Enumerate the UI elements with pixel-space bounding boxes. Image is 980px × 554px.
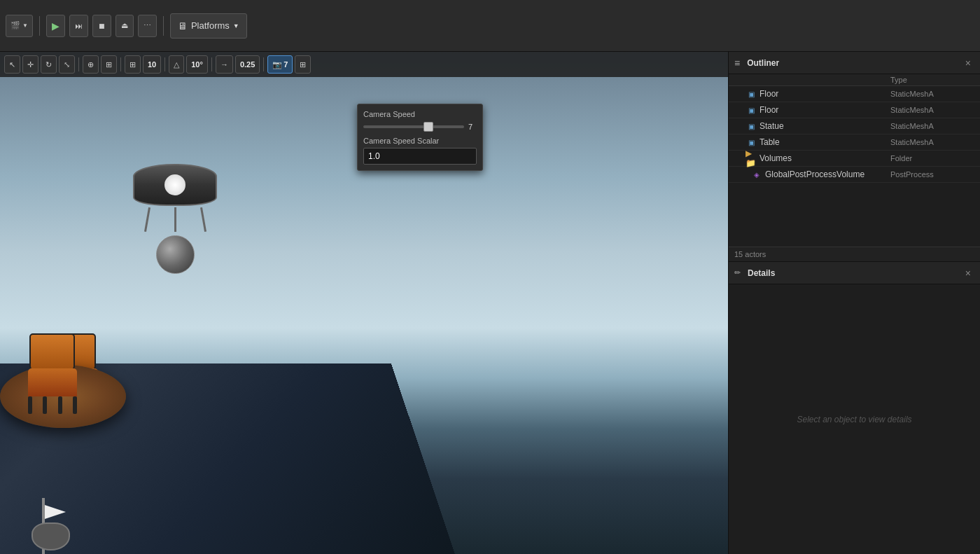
play-button[interactable]: ▶: [46, 15, 65, 37]
item-name: Floor: [760, 105, 890, 115]
camera-button[interactable]: 📷 7: [267, 55, 293, 74]
translate-icon: ✛: [27, 60, 34, 69]
outliner-header: ≡ Outliner ×: [729, 52, 980, 74]
separator-2: [163, 16, 164, 36]
cinematics-button[interactable]: 🎬 ▼: [6, 15, 33, 37]
outliner-item-postprocess[interactable]: ◈ GlobalPostProcessVolume PostProcess: [729, 167, 980, 183]
mesh-icon: ▣: [746, 120, 757, 132]
stop-icon: ⏹: [98, 22, 106, 30]
hamburger-icon: ≡: [734, 57, 740, 69]
outliner-list[interactable]: ▣ Floor StaticMeshA ▣ Floor StaticMeshA …: [729, 86, 980, 247]
chair-right: [28, 337, 84, 414]
scale-icon: ⤡: [64, 60, 70, 69]
outliner-item-floor1[interactable]: ▣ Floor StaticMeshA: [729, 86, 980, 102]
rotate-button[interactable]: ↻: [41, 55, 57, 74]
platforms-icon: 🖥: [178, 20, 188, 32]
speed-slider[interactable]: [363, 125, 464, 128]
vp-sep-1: [78, 57, 79, 71]
speed-value-button[interactable]: 0.25: [235, 55, 260, 74]
camera-speed-popup: Camera Speed 7 Camera Speed Scalar: [357, 104, 483, 171]
speed-icon: →: [220, 60, 228, 69]
platforms-button[interactable]: 🖥 Platforms ▼: [170, 13, 247, 39]
outliner-footer: 15 actors: [729, 247, 980, 261]
grid-value-button[interactable]: 10: [143, 55, 161, 74]
item-type: StaticMeshA: [890, 106, 974, 114]
outliner-close-button[interactable]: ×: [962, 56, 974, 70]
leg-r3: [58, 396, 62, 414]
step-icon: ⏭: [75, 22, 83, 30]
camera-value: 7: [284, 60, 288, 69]
speed-button[interactable]: →: [216, 55, 233, 74]
chair-seat-right: [28, 368, 77, 396]
scalar-input[interactable]: [363, 148, 477, 165]
layout-button[interactable]: ⊞: [295, 55, 311, 74]
outliner-item-statue[interactable]: ▣ Statue StaticMeshA: [729, 118, 980, 134]
dropdown-arrow: ▼: [22, 22, 28, 29]
angle-value-button[interactable]: 10°: [186, 55, 208, 74]
details-panel: ✏ Details × Select an object to view det…: [729, 262, 980, 554]
mesh-icon: ▣: [746, 88, 757, 99]
lamp-ball: [156, 235, 195, 274]
main-area: ↖ ✛ ↻ ⤡ ⊕ ⊞ ⊞ 10: [0, 52, 980, 554]
select-icon: ↖: [9, 60, 15, 69]
item-type: StaticMeshA: [890, 122, 974, 130]
layout-icon: ⊞: [300, 60, 306, 69]
outliner-item-floor2[interactable]: ▣ Floor StaticMeshA: [729, 102, 980, 118]
speed-slider-row: 7: [363, 123, 477, 131]
vp-sep-4: [211, 57, 212, 71]
viewport[interactable]: ↖ ✛ ↻ ⤡ ⊕ ⊞ ⊞ 10: [0, 52, 728, 554]
details-title: Details: [748, 268, 958, 278]
camera-speed-label: Camera Speed: [363, 110, 477, 118]
angle-icon: △: [174, 60, 179, 69]
vp-sep-2: [120, 57, 121, 71]
item-name: GlobalPostProcessVolume: [765, 169, 890, 179]
outliner-panel: ≡ Outliner × Type ▣ Floor StaticMeshA: [729, 52, 980, 262]
translate-button[interactable]: ✛: [22, 55, 38, 74]
camera-icon: 📷: [272, 60, 282, 69]
speed-slider-thumb[interactable]: [424, 122, 433, 132]
right-panel: ≡ Outliner × Type ▣ Floor StaticMeshA: [728, 52, 980, 554]
hanging-lamp: [133, 164, 217, 274]
leg-r4: [73, 396, 77, 414]
viewport-toolbar: ↖ ✛ ↻ ⤡ ⊕ ⊞ ⊞ 10: [0, 52, 728, 77]
select-mode-button[interactable]: ↖: [4, 55, 20, 74]
outliner-column-headers: Type: [729, 74, 980, 86]
item-name: Floor: [760, 89, 890, 99]
chair-legs-right: [28, 396, 77, 414]
snap-settings-button[interactable]: ⊞: [101, 55, 117, 74]
mesh-icon: ▣: [746, 137, 757, 148]
platforms-label: Platforms: [191, 20, 230, 31]
item-type: Folder: [890, 154, 974, 162]
lamp-leg-1: [144, 207, 150, 232]
play-icon: ▶: [52, 20, 59, 32]
details-close-button[interactable]: ×: [962, 266, 974, 280]
more-options-button[interactable]: ⋯: [138, 15, 157, 37]
eject-icon: ⏏: [121, 21, 128, 30]
details-header: ✏ Details ×: [729, 262, 980, 284]
grid-icon: ⊞: [130, 60, 136, 69]
world-space-button[interactable]: ⊕: [83, 55, 99, 74]
snap-icon: ⊞: [106, 60, 112, 69]
col-name-header: [734, 76, 890, 84]
col-type-header: Type: [890, 76, 974, 84]
scalar-label: Camera Speed Scalar: [363, 137, 477, 145]
leg-r1: [28, 396, 32, 414]
vp-sep-3: [164, 57, 165, 71]
outliner-item-table[interactable]: ▣ Table StaticMeshA: [729, 134, 980, 151]
item-type: PostProcess: [890, 170, 974, 179]
step-button[interactable]: ⏭: [69, 15, 88, 37]
scale-button[interactable]: ⤡: [59, 55, 75, 74]
leg-r2: [43, 396, 47, 414]
lamp-leg-3: [200, 207, 206, 232]
stop-button[interactable]: ⏹: [92, 15, 111, 37]
speed-value: 0.25: [240, 60, 255, 69]
eject-button[interactable]: ⏏: [115, 15, 134, 37]
outliner-item-volumes[interactable]: ▶ 📁 Volumes Folder: [729, 151, 980, 167]
item-name: Table: [760, 137, 890, 147]
more-icon: ⋯: [144, 21, 151, 30]
separator-1: [39, 16, 40, 36]
vp-sep-5: [263, 57, 264, 71]
platforms-arrow: ▼: [233, 22, 239, 29]
angle-snap-button[interactable]: △: [169, 55, 184, 74]
grid-snap-button[interactable]: ⊞: [125, 55, 141, 74]
